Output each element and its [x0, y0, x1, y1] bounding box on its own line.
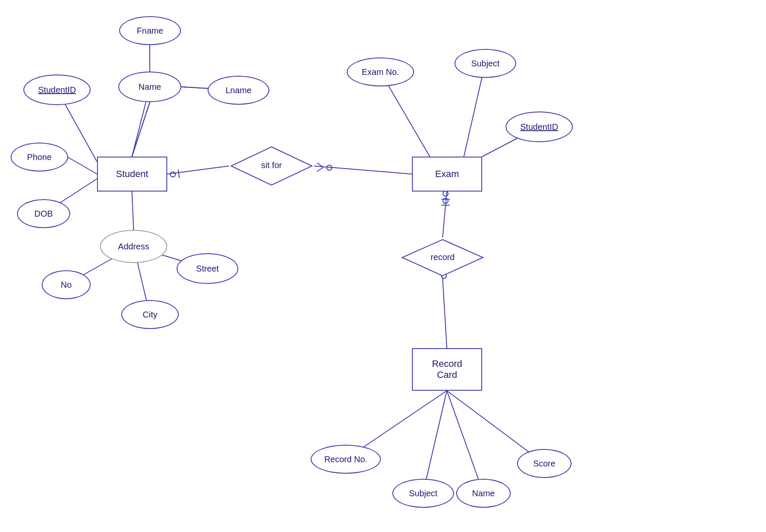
attribute-record-no: Record No. — [311, 445, 381, 474]
attribute-lname: Lname — [208, 76, 269, 105]
attribute-studentid: StudentID — [23, 74, 91, 105]
svg-text:sit for: sit for — [261, 160, 282, 170]
attribute-score: Score — [517, 449, 572, 478]
attribute-phone: Phone — [11, 143, 68, 172]
svg-text:record: record — [431, 252, 455, 262]
attribute-city: City — [121, 300, 179, 329]
attribute-dob: DOB — [17, 199, 70, 228]
attribute-subject-exam: Subject — [454, 49, 516, 78]
entity-student: Student — [97, 157, 167, 192]
attribute-fname: Fname — [119, 16, 181, 45]
attribute-name-rc: Name — [456, 479, 511, 508]
attribute-street: Street — [177, 253, 238, 284]
relationship-record: record — [400, 237, 485, 278]
attribute-name: Name — [118, 72, 181, 102]
attribute-exam-no: Exam No. — [347, 57, 414, 86]
attribute-subject-rc: Subject — [392, 479, 454, 508]
entity-record-card: Record Card — [412, 348, 482, 391]
relationship-sit-for: sit for — [229, 145, 314, 187]
entity-exam: Exam — [412, 157, 482, 192]
attribute-studentid2: StudentID — [506, 112, 573, 142]
attribute-address: Address — [100, 230, 167, 263]
er-diagram: Student Exam Record Card Fname Name Lnam… — [0, 0, 766, 532]
attribute-no: No — [42, 270, 91, 299]
